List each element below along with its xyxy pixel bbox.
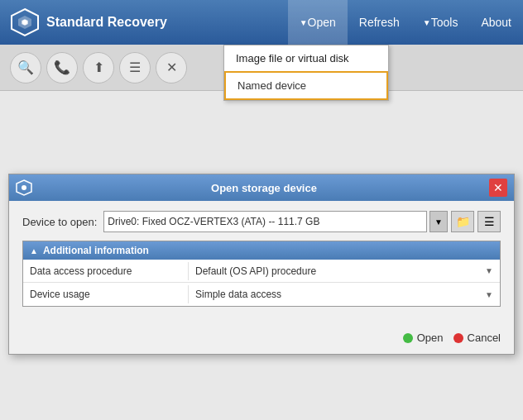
list-view-icon: ☰ — [484, 215, 495, 228]
open-dot-icon — [403, 333, 413, 343]
list-icon: ☰ — [129, 60, 141, 75]
device-usage-dropdown-icon: ▼ — [485, 290, 493, 299]
logo-area: Standard Recovery — [0, 0, 177, 45]
menu-refresh[interactable]: Refresh — [348, 0, 411, 45]
toolbar-search-button[interactable]: 🔍 — [10, 52, 41, 84]
dialog-title: Open storage device — [39, 182, 489, 194]
data-access-dropdown-icon: ▼ — [485, 266, 493, 275]
additional-info-header: ▲ Additional information — [23, 241, 500, 260]
menu-bar: Standard Recovery ▼ Open Refresh ▼ Tools… — [0, 0, 523, 45]
device-select[interactable]: Drive0: Fixed OCZ-VERTEX3 (ATA) -- 111.7… — [103, 211, 427, 232]
menu-items: ▼ Open Refresh ▼ Tools About — [288, 0, 523, 45]
menu-about[interactable]: About — [469, 0, 523, 45]
menu-open[interactable]: ▼ Open — [288, 0, 348, 45]
open-dropdown-menu: Image file or virtual disk Named device — [223, 45, 389, 101]
cancel-dot-icon — [453, 333, 463, 343]
open-storage-dialog: Open storage device ✕ Device to open: Dr… — [8, 174, 515, 355]
dropdown-item-image-file[interactable]: Image file or virtual disk — [224, 45, 388, 71]
dialog-footer: Open Cancel — [9, 325, 514, 354]
app-logo-icon — [10, 7, 40, 37]
dialog-titlebar: Open storage device ✕ — [9, 174, 514, 201]
browse-folder-button[interactable]: 📁 — [451, 211, 474, 232]
info-row-device-usage: Device usage Simple data access ▼ — [23, 283, 500, 306]
info-row-data-access: Data access procedure Default (OS API) p… — [23, 260, 500, 283]
dialog-close-button[interactable]: ✕ — [489, 179, 507, 197]
dialog-body: Device to open: Drive0: Fixed OCZ-VERTEX… — [9, 201, 514, 325]
upload-icon: ⬆ — [94, 60, 104, 75]
device-to-open-label: Device to open: — [22, 216, 97, 228]
data-access-key: Data access procedure — [23, 262, 189, 280]
phone-icon: 📞 — [54, 60, 70, 75]
open-button-label: Open — [417, 332, 444, 344]
open-arrow-icon: ▼ — [300, 18, 308, 27]
dialog-logo-icon — [16, 179, 32, 196]
app-title: Standard Recovery — [46, 15, 167, 30]
device-to-open-row: Device to open: Drive0: Fixed OCZ-VERTEX… — [22, 211, 501, 232]
toolbar-phone-button[interactable]: 📞 — [46, 52, 78, 84]
close-icon: ✕ — [166, 60, 177, 75]
tools-arrow-icon: ▼ — [423, 18, 431, 27]
cancel-button[interactable]: Cancel — [453, 332, 501, 344]
device-usage-key: Device usage — [23, 285, 189, 303]
dropdown-item-named-device[interactable]: Named device — [224, 71, 388, 100]
device-select-wrapper: Drive0: Fixed OCZ-VERTEX3 (ATA) -- 111.7… — [103, 211, 501, 232]
search-icon: 🔍 — [17, 60, 34, 75]
folder-icon: 📁 — [456, 215, 470, 228]
device-usage-value: Simple data access — [195, 289, 485, 300]
toolbar-upload-button[interactable]: ⬆ — [83, 52, 114, 84]
data-access-value: Default (OS API) procedure — [195, 265, 485, 277]
open-button[interactable]: Open — [403, 332, 444, 344]
cancel-button-label: Cancel — [468, 332, 501, 344]
svg-point-3 — [22, 185, 26, 190]
select-dropdown-arrow[interactable]: ▼ — [429, 211, 448, 232]
svg-point-1 — [22, 20, 27, 25]
device-usage-value-wrapper[interactable]: Simple data access ▼ — [189, 285, 500, 303]
additional-info-label: Additional information — [43, 245, 149, 256]
menu-tools[interactable]: ▼ Tools — [411, 0, 470, 45]
data-access-value-wrapper[interactable]: Default (OS API) procedure ▼ — [189, 262, 500, 280]
collapse-icon: ▲ — [30, 246, 38, 255]
main-area: Open storage device ✕ Device to open: Dr… — [0, 91, 523, 190]
toolbar-list-button[interactable]: ☰ — [119, 52, 151, 84]
list-view-button[interactable]: ☰ — [477, 211, 501, 232]
additional-info-section: ▲ Additional information Data access pro… — [22, 241, 501, 307]
toolbar-close-button[interactable]: ✕ — [156, 52, 187, 84]
